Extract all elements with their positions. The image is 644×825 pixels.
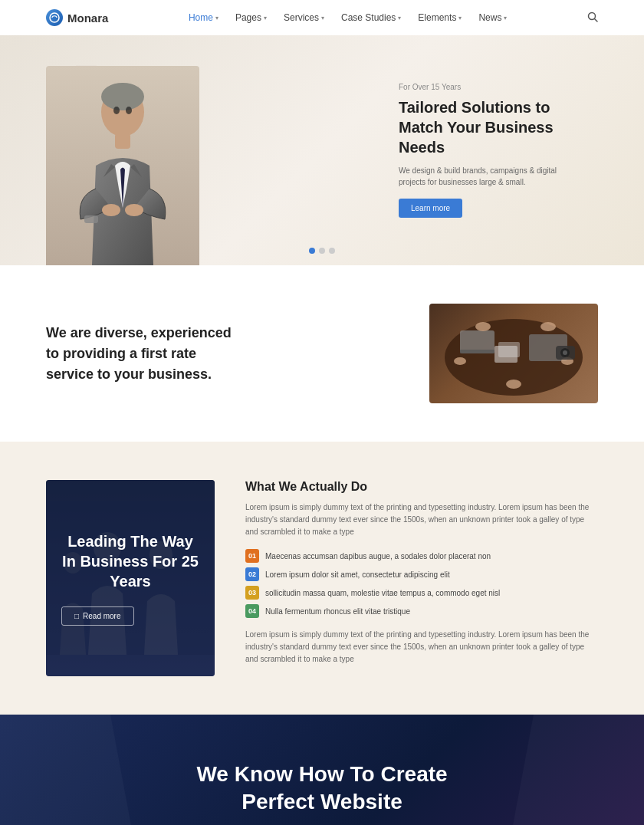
table-image-overlay [429, 304, 598, 403]
nav-link-case-studies[interactable]: Case Studies ▾ [341, 12, 401, 23]
svg-line-2 [594, 18, 597, 21]
list-num-1: 01 [245, 549, 259, 563]
search-icon[interactable] [587, 12, 598, 25]
svg-point-29 [540, 322, 556, 331]
diverse-image [429, 304, 598, 403]
list-item: 02 Lorem ipsum dolor sit amet, consectet… [245, 567, 598, 581]
hero-section: For Over 15 Years Tailored Solutions to … [0, 35, 644, 265]
list-num-3: 03 [245, 586, 259, 600]
nav-item-pages[interactable]: Pages ▾ [235, 12, 267, 23]
what-left-panel: Leading The Way In Business For 25 Years… [46, 480, 215, 676]
chevron-down-icon: ▾ [458, 15, 462, 21]
logo-text: Monara [67, 12, 108, 25]
carousel-dot-1[interactable] [309, 248, 315, 254]
read-more-button[interactable]: □ Read more [61, 606, 134, 626]
chevron-down-icon: ▾ [321, 15, 324, 21]
list-item-text-1: Maecenas accumsan dapibus augue, a sodal… [265, 552, 491, 560]
logo-icon [46, 9, 63, 26]
what-desc-2: Lorem ipsum is simply dummy text of the … [245, 629, 598, 666]
what-section: Leading The Way In Business For 25 Years… [0, 442, 644, 715]
what-desc-1: Lorem ipsum is simply dummy text of the … [245, 501, 598, 538]
read-more-icon: □ [74, 612, 79, 620]
nav-link-home[interactable]: Home ▾ [189, 12, 219, 23]
what-title: What We Actually Do [245, 480, 598, 494]
hero-subtitle: For Over 15 Years [399, 83, 583, 91]
banner-section: We Know How To Create Perfect Website [0, 715, 644, 825]
carousel-dot-2[interactable] [319, 248, 325, 254]
hero-person-image [46, 66, 199, 265]
nav-link-services[interactable]: Services ▾ [284, 12, 324, 23]
svg-point-35 [563, 350, 567, 355]
diverse-section: We are diverse, experienced to providing… [0, 265, 644, 442]
logo[interactable]: Monara [46, 9, 108, 26]
svg-point-0 [50, 13, 59, 22]
list-num-4: 04 [245, 604, 259, 618]
svg-point-18 [102, 204, 120, 216]
svg-point-19 [125, 204, 143, 216]
list-item: 01 Maecenas accumsan dapibus augue, a so… [245, 549, 598, 563]
nav-link-elements[interactable]: Elements ▾ [418, 12, 462, 23]
nav-item-services[interactable]: Services ▾ [284, 12, 324, 23]
chevron-down-icon: ▾ [504, 15, 507, 21]
svg-rect-27 [498, 342, 520, 357]
svg-point-15 [101, 83, 144, 110]
hero-description: We design & build brands, campaigns & di… [399, 165, 583, 188]
svg-rect-21 [115, 133, 130, 149]
svg-point-28 [475, 322, 491, 331]
navbar: Monara Home ▾ Pages ▾ Services ▾ Case St… [0, 0, 644, 35]
nav-item-news[interactable]: News ▾ [478, 12, 507, 23]
list-item: 03 sollicitudin massa quam, molestie vit… [245, 586, 598, 600]
svg-point-17 [126, 107, 132, 114]
what-left-title: Leading The Way In Business For 25 Years [61, 531, 199, 591]
svg-point-32 [506, 380, 521, 389]
nav-item-home[interactable]: Home ▾ [189, 12, 219, 23]
nav-item-case-studies[interactable]: Case Studies ▾ [341, 12, 401, 23]
chevron-down-icon: ▾ [398, 15, 401, 21]
diverse-text: We are diverse, experienced to providing… [46, 323, 245, 385]
list-item-text-4: Nulla fermentum rhoncus elit vitae trist… [265, 607, 410, 616]
svg-rect-24 [460, 350, 495, 353]
nav-link-news[interactable]: News ▾ [478, 12, 507, 23]
hero-content: For Over 15 Years Tailored Solutions to … [399, 83, 583, 218]
what-right-content: What We Actually Do Lorem ipsum is simpl… [245, 480, 598, 676]
svg-rect-20 [84, 215, 98, 223]
carousel-dot-3[interactable] [329, 248, 335, 254]
nav-link-pages[interactable]: Pages ▾ [235, 12, 267, 23]
svg-point-16 [113, 107, 120, 114]
nav-links: Home ▾ Pages ▾ Services ▾ Case Studies ▾ [189, 12, 507, 23]
nav-item-elements[interactable]: Elements ▾ [418, 12, 462, 23]
hero-title: Tailored Solutions to Match Your Busines… [399, 97, 583, 157]
learn-more-button[interactable]: Learn more [399, 199, 462, 218]
what-left-text: Leading The Way In Business For 25 Years… [61, 531, 199, 626]
hero-carousel-dots [309, 248, 335, 254]
chevron-down-icon: ▾ [264, 15, 267, 21]
svg-point-30 [454, 357, 466, 365]
banner-title: We Know How To Create Perfect Website [46, 761, 598, 817]
list-num-2: 02 [245, 567, 259, 581]
list-item: 04 Nulla fermentum rhoncus elit vitae tr… [245, 604, 598, 618]
list-item-text-3: sollicitudin massa quam, molestie vitae … [265, 589, 500, 597]
what-list: 01 Maecenas accumsan dapibus augue, a so… [245, 549, 598, 618]
list-item-text-2: Lorem ipsum dolor sit amet, consectetur … [265, 570, 450, 579]
chevron-down-icon: ▾ [215, 15, 219, 21]
